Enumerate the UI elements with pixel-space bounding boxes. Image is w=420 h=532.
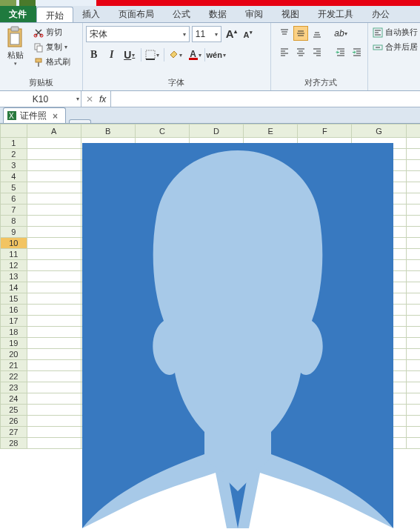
cell[interactable] [27,205,81,216]
cell[interactable] [27,349,81,360]
copy-button[interactable]: 复制▾ [31,41,73,53]
row-header[interactable]: 16 [1,305,27,316]
cell[interactable] [406,293,420,305]
font-color-button[interactable]: A ▾ [185,47,201,63]
bold-button[interactable]: B [86,47,102,63]
quick-access-2[interactable] [19,0,36,6]
cell[interactable] [406,382,420,393]
wrap-text-button[interactable]: 自动换行 [371,26,419,39]
row-header[interactable]: 15 [1,293,27,305]
cell[interactable] [27,193,81,205]
tab-page-layout[interactable]: 页面布局 [110,6,164,22]
row-header[interactable]: 28 [1,438,27,449]
cell[interactable] [27,249,81,260]
tab-file[interactable]: 文件 [0,6,36,22]
col-header[interactable]: D [190,124,244,138]
cell[interactable] [27,316,81,327]
cell[interactable] [27,260,81,271]
row-header[interactable]: 8 [1,216,27,227]
cell[interactable] [27,438,81,449]
chevron-down-icon[interactable]: ▾ [76,96,79,102]
row-header[interactable]: 23 [1,382,27,393]
tab-review[interactable]: 审阅 [236,6,273,22]
col-header[interactable]: C [135,124,189,138]
cell[interactable] [406,427,420,438]
row-header[interactable]: 20 [1,349,27,360]
cell[interactable] [406,338,420,349]
decrease-indent-button[interactable] [333,44,348,59]
align-bottom-button[interactable] [310,26,324,41]
spreadsheet-grid[interactable]: A B C D E F G 12345678910111213141516171… [0,124,420,531]
cell[interactable] [406,416,420,427]
shrink-font-button[interactable]: A▾ [241,30,255,39]
row-header[interactable]: 27 [1,427,27,438]
border-button[interactable]: ▾ [144,47,161,63]
cell[interactable] [27,216,81,227]
row-header[interactable]: 1 [1,138,27,149]
cell[interactable] [27,338,81,349]
cell[interactable] [406,371,420,382]
tab-office[interactable]: 办公 [363,6,399,22]
row-header[interactable]: 24 [1,393,27,405]
cell[interactable] [406,160,420,171]
merge-center-button[interactable]: 合并后居 [371,41,419,53]
italic-button[interactable]: I [104,47,120,63]
cell[interactable] [406,205,420,216]
phonetic-button[interactable]: wén▾ [208,47,224,63]
cell[interactable] [406,260,420,271]
cell[interactable] [27,382,81,393]
row-header[interactable]: 26 [1,416,27,427]
insert-function-button[interactable]: fx [99,94,106,104]
tab-home[interactable]: 开始 [36,7,73,22]
cell[interactable] [27,405,81,416]
cell[interactable] [406,216,420,227]
row-header[interactable]: 9 [1,227,27,238]
format-painter-button[interactable]: 格式刷 [31,56,73,68]
col-header[interactable]: B [81,124,135,138]
close-icon[interactable]: × [53,111,58,122]
cell[interactable] [27,393,81,405]
cell[interactable] [406,282,420,293]
cell[interactable] [27,238,81,249]
tab-insert[interactable]: 插入 [73,6,110,22]
quick-access-1[interactable] [0,0,16,6]
cell[interactable] [27,160,81,171]
col-header[interactable] [406,124,420,138]
tab-data[interactable]: 数据 [200,6,236,22]
cell[interactable] [406,249,420,260]
cell[interactable] [27,293,81,305]
row-header[interactable]: 21 [1,360,27,371]
row-header[interactable]: 4 [1,171,27,182]
cell[interactable] [27,282,81,293]
cell[interactable] [406,405,420,416]
row-header[interactable]: 5 [1,182,27,193]
cell[interactable] [27,149,81,160]
align-left-button[interactable] [277,44,292,59]
cell[interactable] [406,316,420,327]
cell[interactable] [27,171,81,182]
tab-developer[interactable]: 开发工具 [309,6,363,22]
formula-input[interactable] [111,91,420,107]
sheet-tab-active[interactable]: X 证件照 × [3,107,66,123]
cell[interactable] [406,182,420,193]
cell[interactable] [406,271,420,282]
cell[interactable] [27,371,81,382]
font-size-select[interactable]: 11 ▾ [192,26,221,42]
cell[interactable] [27,416,81,427]
row-header[interactable]: 7 [1,205,27,216]
chevron-down-icon[interactable]: ▾ [14,61,17,67]
cell[interactable] [406,138,420,149]
cell[interactable] [27,327,81,338]
col-header[interactable]: G [352,124,406,138]
align-center-button[interactable] [293,44,308,59]
cell[interactable] [406,238,420,249]
col-header[interactable]: F [298,124,352,138]
row-header[interactable]: 22 [1,371,27,382]
row-header[interactable]: 6 [1,193,27,205]
cell[interactable] [27,227,81,238]
cell[interactable] [406,438,420,449]
row-header[interactable]: 18 [1,327,27,338]
cell[interactable] [27,182,81,193]
row-header[interactable]: 19 [1,338,27,349]
cell[interactable] [406,393,420,405]
